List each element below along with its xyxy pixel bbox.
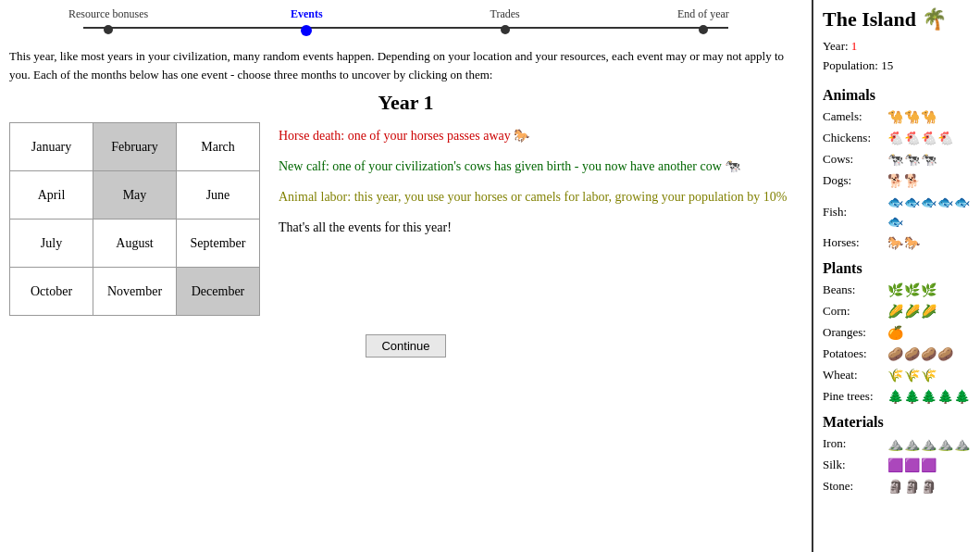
resource-label: Stone:	[823, 477, 887, 496]
sidebar: The Island 🌴 Year: 1 Population: 15 Anim…	[813, 0, 980, 552]
year-row: Year: 1	[823, 37, 971, 56]
resource-label: Beans:	[823, 281, 887, 299]
calendar-cell-july[interactable]: July	[10, 220, 93, 268]
resource-row-beans: Beans:🌿🌿🌿	[823, 281, 971, 300]
resource-icons: 🐕🐕	[887, 171, 921, 191]
resource-row-stone: Stone:🗿🗿🗿	[823, 477, 971, 496]
content-area: JanuaryFebruaryMarchAprilMayJuneJulyAugu…	[9, 122, 802, 316]
resource-label: Fish:	[823, 203, 887, 221]
continue-button[interactable]: Continue	[366, 334, 445, 358]
calendar-cell-august[interactable]: August	[93, 220, 177, 268]
resource-row-camels: Camels:🐪🐪🐪	[823, 107, 971, 127]
population-row: Population: 15	[823, 56, 971, 76]
calendar-cell-september[interactable]: September	[177, 220, 260, 268]
resource-label: Potatoes:	[823, 345, 887, 363]
calendar-cell-may[interactable]: May	[93, 171, 177, 220]
sidebar-title: The Island 🌴	[823, 7, 971, 31]
step-trades: Trades	[406, 7, 604, 36]
step-resource-bonuses: Resource bonuses	[9, 7, 207, 36]
calendar-cell-march[interactable]: March	[177, 123, 260, 171]
event-text-0: Horse death: one of your horses passes a…	[279, 126, 802, 145]
population-value: 15	[881, 58, 893, 72]
resource-icons: 🌿🌿🌿	[887, 281, 937, 300]
resource-row-chickens: Chickens:🐔🐔🐔🐔	[823, 129, 971, 148]
step-end-of-year-dot	[699, 25, 708, 34]
resource-label: Pine trees:	[823, 387, 887, 406]
section-header-plants: Plants	[823, 260, 971, 277]
resource-label: Iron:	[823, 434, 887, 453]
resource-row-wheat: Wheat:🌾🌾🌾	[823, 366, 971, 385]
resource-label: Cows:	[823, 150, 887, 169]
resource-icons: ⛰️⛰️⛰️⛰️⛰️	[887, 434, 971, 454]
resource-label: Camels:	[823, 107, 887, 126]
resource-row-dogs: Dogs:🐕🐕	[823, 171, 971, 191]
calendar-cell-january[interactable]: January	[10, 123, 93, 171]
resource-icons: 🐟🐟🐟🐟🐟🐟	[887, 193, 971, 232]
progress-bar: Resource bonuses Events Trades End of ye…	[9, 0, 802, 40]
event-text-2: Animal labor: this year, you use your ho…	[279, 187, 802, 207]
resource-row-oranges: Oranges:🍊	[823, 323, 971, 343]
resource-icons: 🐄🐄🐄	[887, 150, 937, 169]
resource-row-cows: Cows:🐄🐄🐄	[823, 150, 971, 169]
step-events-dot	[301, 25, 312, 36]
resource-row-pine trees: Pine trees:🌲🌲🌲🌲🌲	[823, 387, 971, 407]
calendar-cell-april[interactable]: April	[10, 171, 93, 220]
resource-label: Dogs:	[823, 171, 887, 190]
resource-icons: 🐎🐎	[887, 233, 921, 253]
year-value: 1	[851, 39, 858, 53]
continue-section: Continue	[9, 334, 802, 367]
step-events: Events	[207, 7, 405, 36]
resource-label: Silk:	[823, 456, 887, 474]
resource-icons: 🍊	[887, 323, 904, 343]
resource-label: Horses:	[823, 233, 887, 252]
resource-icons: 🌾🌾🌾	[887, 366, 937, 385]
step-end-of-year: End of year	[604, 7, 802, 36]
step-resource-bonuses-dot	[104, 25, 113, 34]
resource-icons: 🟪🟪🟪	[887, 456, 937, 475]
step-resource-bonuses-label: Resource bonuses	[68, 7, 148, 21]
resource-row-iron: Iron:⛰️⛰️⛰️⛰️⛰️	[823, 434, 971, 454]
resource-icons: 🐔🐔🐔🐔	[887, 129, 954, 148]
resource-icons: 🌲🌲🌲🌲🌲	[887, 387, 971, 407]
resource-label: Oranges:	[823, 323, 887, 342]
resource-label: Corn:	[823, 302, 887, 320]
calendar-grid: JanuaryFebruaryMarchAprilMayJuneJulyAugu…	[9, 122, 260, 316]
population-label: Population:	[823, 58, 878, 72]
event-text-3: That's all the events for this year!	[279, 218, 802, 237]
year-title: Year 1	[9, 91, 802, 115]
calendar-cell-october[interactable]: October	[10, 268, 93, 316]
resource-row-fish: Fish:🐟🐟🐟🐟🐟🐟	[823, 193, 971, 232]
events-panel: Horse death: one of your horses passes a…	[279, 122, 802, 316]
resource-icons: 🗿🗿🗿	[887, 477, 937, 496]
calendar-cell-june[interactable]: June	[177, 171, 260, 220]
resource-row-horses: Horses:🐎🐎	[823, 233, 971, 253]
section-header-materials: Materials	[823, 414, 971, 431]
progress-steps: Resource bonuses Events Trades End of ye…	[9, 7, 802, 36]
resource-icons: 🌽🌽🌽	[887, 302, 937, 321]
resource-row-potatoes: Potatoes:🥔🥔🥔🥔	[823, 345, 971, 364]
step-events-label: Events	[291, 7, 323, 21]
sidebar-meta: Year: 1 Population: 15	[823, 37, 971, 76]
calendar-cell-february[interactable]: February	[93, 123, 177, 171]
calendar-cell-december[interactable]: December	[177, 268, 260, 316]
event-text-1: New calf: one of your civilization's cow…	[279, 157, 802, 176]
step-end-of-year-label: End of year	[677, 7, 729, 21]
resource-icons: 🐪🐪🐪	[887, 107, 937, 127]
year-label: Year:	[823, 39, 849, 53]
resource-icons: 🥔🥔🥔🥔	[887, 345, 954, 364]
resource-row-silk: Silk:🟪🟪🟪	[823, 456, 971, 475]
palm-tree-icon: 🌴	[922, 7, 947, 31]
intro-text: This year, like most years in your civil…	[9, 47, 802, 83]
island-title-text: The Island	[823, 7, 916, 31]
step-trades-label: Trades	[490, 7, 520, 21]
resource-row-corn: Corn:🌽🌽🌽	[823, 302, 971, 321]
sidebar-sections: AnimalsCamels:🐪🐪🐪Chickens:🐔🐔🐔🐔Cows:🐄🐄🐄Do…	[823, 87, 971, 496]
section-header-animals: Animals	[823, 87, 971, 104]
resource-label: Wheat:	[823, 366, 887, 384]
resource-label: Chickens:	[823, 129, 887, 147]
calendar-cell-november[interactable]: November	[93, 268, 177, 316]
step-trades-dot	[501, 25, 510, 34]
